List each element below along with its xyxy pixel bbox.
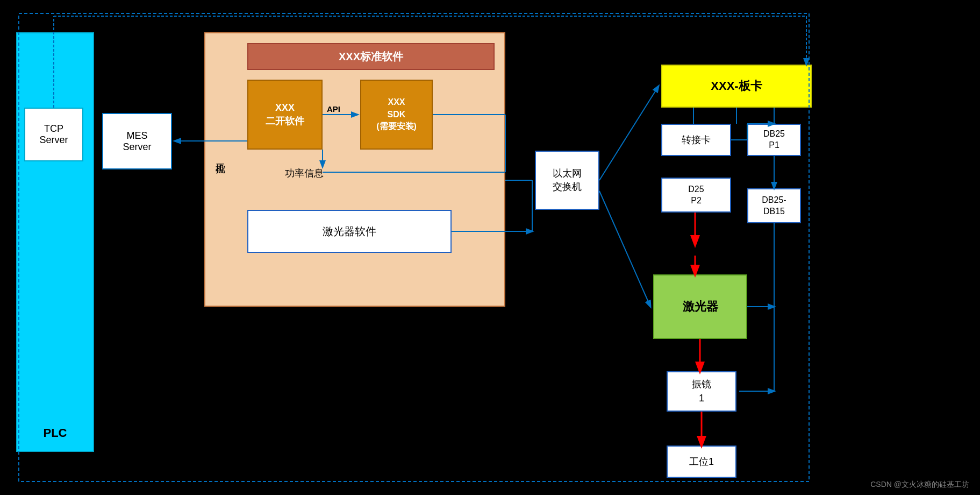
mes-server-box: MESServer	[102, 113, 172, 169]
laser-box: 激光器	[653, 274, 747, 339]
second-dev-box: XXX二开软件	[247, 80, 323, 150]
d25-p2-box: D25 P2	[661, 178, 731, 213]
svg-line-9	[599, 86, 659, 180]
eth-switch-box: 以太网交换机	[535, 151, 599, 210]
db25-standalone-label: DB25	[688, 245, 713, 256]
tcp-server-box: TCPServer	[24, 108, 83, 161]
tcp-server-label: TCPServer	[39, 123, 68, 146]
sdk-box: XXXSDK(需要安装)	[360, 80, 433, 150]
eth-switch-label: 以太网交换机	[553, 167, 582, 194]
adapter-card-box: 转接卡	[661, 124, 731, 156]
workstation-label: 工位1	[689, 455, 714, 468]
watermark: CSDN @文火冰糖的硅基工坊	[870, 480, 969, 490]
sdk-label: XXXSDK(需要安装)	[376, 96, 417, 132]
std-software-label: XXX标准软件	[339, 49, 403, 64]
db25-p1-box: DB25 P1	[747, 124, 801, 156]
svg-line-10	[599, 191, 650, 307]
mirror-label: 振镜1	[692, 378, 711, 405]
laser-software-label: 激光器软件	[323, 224, 376, 239]
db25-db15-box: DB25- DB15	[747, 188, 801, 223]
diagram: PLC TCPServer MESServer 工控机 XXX标准软件 XXX二…	[0, 0, 980, 495]
workstation-box: 工位1	[667, 445, 736, 478]
adapter-card-label: 转接卡	[682, 133, 711, 146]
plc-block: PLC	[16, 32, 94, 452]
board-card-label: XXX-板卡	[711, 78, 762, 94]
api-label: API	[327, 104, 340, 114]
mirror-box: 振镜1	[667, 371, 736, 412]
plc-label: PLC	[17, 426, 93, 440]
laser-software-box: 激光器软件	[247, 210, 452, 253]
ipc-outer-box	[204, 32, 505, 307]
mes-server-label: MESServer	[123, 130, 151, 153]
second-dev-label: XXX二开软件	[266, 101, 304, 128]
std-software-bar: XXX标准软件	[247, 43, 495, 70]
board-card-box: XXX-板卡	[661, 65, 812, 108]
laser-label: 激光器	[683, 299, 718, 315]
power-info-label: 功率信息	[285, 167, 324, 180]
